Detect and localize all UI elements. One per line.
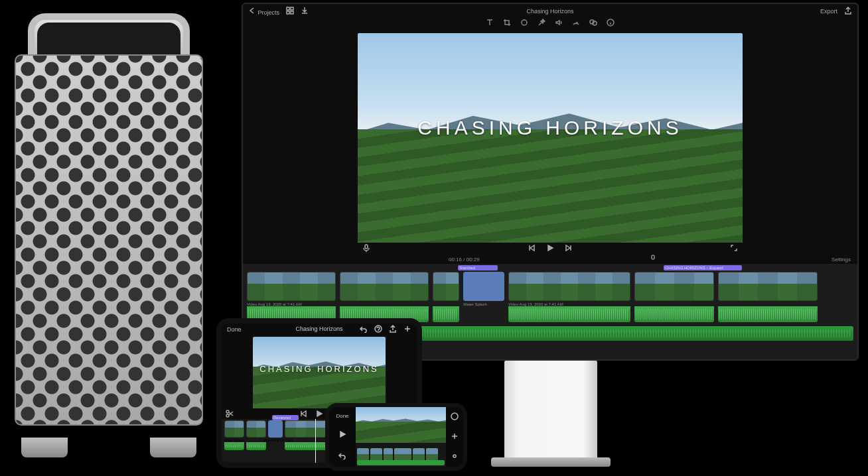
title-overlay-clip[interactable]: Standard: [458, 265, 498, 270]
skip-back-button[interactable]: [528, 244, 536, 253]
import-button[interactable]: [301, 7, 309, 16]
title-overlay-text: CHASING HORIZONS: [253, 364, 386, 374]
color-tool[interactable]: [520, 19, 528, 32]
svg-rect-2: [287, 11, 289, 14]
video-clip[interactable]: [247, 272, 336, 301]
timeline-settings-button[interactable]: Settings: [832, 257, 851, 263]
video-clip[interactable]: [246, 420, 266, 438]
settings-button[interactable]: [451, 452, 459, 461]
filter-tool[interactable]: [589, 19, 597, 32]
back-label: Projects: [258, 9, 280, 16]
mac-preview-viewer[interactable]: CHASING HORIZONS: [358, 33, 743, 243]
fullscreen-button[interactable]: [730, 244, 738, 253]
record-voiceover-button[interactable]: [362, 244, 370, 253]
svg-rect-3: [291, 11, 293, 14]
share-icon: [389, 325, 397, 333]
plus-icon: [403, 325, 411, 333]
back-to-projects-button[interactable]: Projects: [248, 7, 279, 16]
video-clip[interactable]: [384, 448, 393, 461]
crop-tool[interactable]: [503, 19, 511, 32]
volume-tool[interactable]: [555, 19, 563, 32]
video-clip[interactable]: [433, 272, 459, 301]
audio-track[interactable]: [357, 460, 445, 465]
video-clip[interactable]: [394, 448, 411, 461]
svg-point-15: [453, 455, 456, 457]
title-overlay-clip[interactable]: Reviewed: [272, 415, 299, 420]
video-clip[interactable]: [508, 272, 630, 301]
done-button[interactable]: Done: [336, 413, 348, 419]
undo-button[interactable]: [360, 325, 368, 334]
help-button[interactable]: [374, 325, 382, 334]
add-media-button[interactable]: [403, 325, 411, 334]
help-button[interactable]: [451, 412, 459, 422]
clip-label: Water Splash: [463, 302, 504, 306]
transition-clip[interactable]: [463, 272, 504, 301]
titles-tool[interactable]: [486, 19, 494, 32]
plus-icon: [451, 432, 459, 440]
video-clip[interactable]: [370, 448, 382, 461]
video-clip[interactable]: [413, 448, 425, 461]
help-icon: [374, 325, 382, 333]
export-button[interactable]: Export: [820, 8, 837, 15]
scissors-button[interactable]: [226, 410, 234, 419]
done-button[interactable]: Done: [227, 326, 242, 333]
title-overlay-text: CHASING HORIZONS: [358, 117, 743, 139]
audio-waveform[interactable]: [433, 306, 459, 322]
grid-icon: [286, 7, 294, 15]
expand-icon: [730, 244, 738, 252]
video-clip[interactable]: [718, 272, 818, 301]
svg-rect-0: [287, 7, 289, 10]
audio-meter-icon[interactable]: [649, 255, 657, 264]
share-button[interactable]: [844, 7, 852, 16]
crop-icon: [503, 19, 511, 27]
gear-icon: [451, 452, 459, 460]
audio-waveform[interactable]: [508, 306, 630, 322]
title-overlay-clip[interactable]: CHASING HORIZONS – Expand: [664, 265, 742, 270]
help-icon: [451, 412, 459, 420]
undo-button[interactable]: [338, 451, 346, 461]
svg-rect-9: [652, 255, 654, 259]
ipad-preview-viewer[interactable]: CHASING HORIZONS: [253, 337, 386, 408]
mac-adjust-toolbar: [243, 19, 857, 32]
mac-timecode-bar: 00:16 / 00:29 Settings: [243, 255, 857, 264]
video-clip[interactable]: [426, 448, 438, 461]
timecode-readout: 00:16 / 00:29: [449, 257, 480, 263]
video-clip[interactable]: [224, 420, 244, 438]
media-library-button[interactable]: [286, 7, 294, 16]
svg-point-14: [451, 413, 458, 420]
share-button[interactable]: [389, 325, 397, 334]
skip-back-button[interactable]: [299, 410, 307, 419]
audio-waveform[interactable]: [634, 306, 714, 322]
share-icon: [844, 7, 852, 15]
play-button[interactable]: [546, 244, 554, 253]
svg-rect-1: [291, 7, 293, 10]
info-tool[interactable]: [607, 19, 615, 32]
magic-wand-icon: [538, 19, 545, 27]
play-button[interactable]: [338, 430, 346, 440]
skip-back-icon: [299, 410, 307, 418]
video-clip[interactable]: [634, 272, 714, 301]
audio-waveform[interactable]: [718, 306, 818, 322]
play-icon: [315, 410, 323, 418]
svg-point-4: [522, 20, 527, 25]
transition-clip[interactable]: [268, 420, 283, 438]
speed-tool[interactable]: [572, 19, 580, 32]
color-wand-icon: [520, 19, 528, 27]
project-title: Chasing Horizons: [243, 8, 857, 15]
play-button[interactable]: [315, 410, 323, 419]
enhance-tool[interactable]: [538, 19, 545, 32]
iphone-preview-viewer[interactable]: [356, 407, 446, 443]
iphone-timeline[interactable]: [356, 443, 446, 467]
svg-point-11: [226, 410, 229, 413]
text-icon: [486, 19, 494, 27]
skip-back-icon: [528, 244, 536, 252]
add-media-button[interactable]: [451, 432, 459, 442]
playhead[interactable]: [315, 419, 316, 463]
video-clip[interactable]: [357, 448, 369, 461]
speedometer-icon: [572, 19, 580, 27]
audio-waveform[interactable]: [224, 442, 244, 450]
audio-waveform[interactable]: [246, 442, 266, 450]
play-icon: [338, 430, 346, 438]
skip-forward-button[interactable]: [565, 244, 573, 253]
video-clip[interactable]: [340, 272, 429, 301]
